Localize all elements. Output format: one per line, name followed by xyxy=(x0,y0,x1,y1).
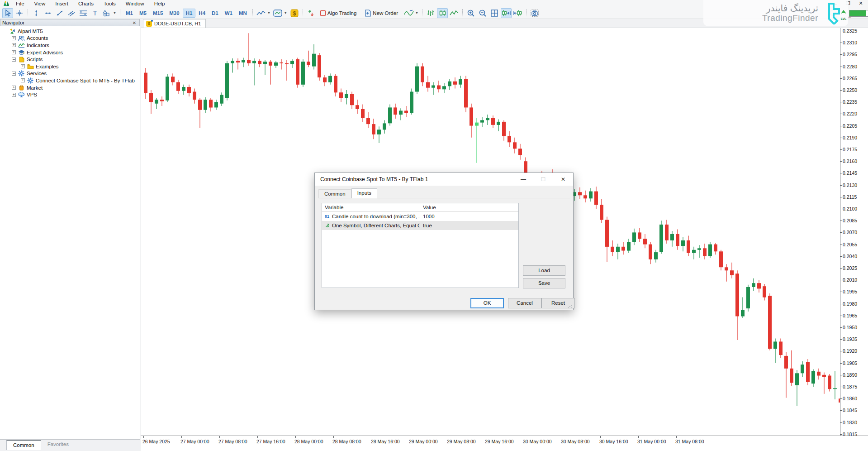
dialog-tab-inputs[interactable]: Inputs xyxy=(351,188,377,198)
chart-tab-doge-usdt[interactable]: $ DOGE-USDT.CB, H1 xyxy=(143,19,206,28)
line-chart-mode-button[interactable] xyxy=(449,8,460,18)
menu-view[interactable]: View xyxy=(29,0,51,7)
expander-expand-icon[interactable]: + xyxy=(21,64,25,68)
candle-body-bear xyxy=(470,107,473,125)
nav-item-examples[interactable]: +Examples xyxy=(0,63,140,70)
cancel-button[interactable]: Cancel xyxy=(508,298,541,308)
expander-collapse-icon[interactable]: – xyxy=(12,72,16,76)
indicator-list-button[interactable] xyxy=(256,8,266,18)
indicator-list-dropdown-icon[interactable]: ▼ xyxy=(267,11,270,14)
toolbar-separator xyxy=(120,9,120,17)
column-header-value[interactable]: Value xyxy=(420,203,518,211)
menu-tools[interactable]: Tools xyxy=(99,0,121,7)
quick-indicator-dropdown-icon[interactable]: ▼ xyxy=(415,11,418,14)
column-header-variable[interactable]: Variable xyxy=(322,203,420,211)
candlestick-mode-button[interactable] xyxy=(437,8,448,18)
dialog-tab-common[interactable]: Common xyxy=(318,189,351,198)
menu-charts[interactable]: Charts xyxy=(73,0,99,7)
candle-body-bear xyxy=(318,55,321,77)
timeframe-w1-button[interactable]: W1 xyxy=(222,9,236,18)
timeframe-m15-button[interactable]: M15 xyxy=(150,9,166,18)
navigator-tab-favorites[interactable]: Favorites xyxy=(41,440,75,448)
nav-item-market[interactable]: +Market xyxy=(0,84,140,91)
price-axis[interactable]: 0.23250.23100.22950.22800.22650.22500.22… xyxy=(840,28,868,436)
time-tick xyxy=(524,436,524,438)
input-row-0[interactable]: 01Candle count to download (min=300, ...… xyxy=(322,212,518,221)
expander-expand-icon[interactable]: + xyxy=(21,78,25,82)
expander-expand-icon[interactable]: + xyxy=(12,43,16,47)
shapes-dropdown-icon[interactable]: ▼ xyxy=(113,11,116,14)
auto-scroll-button[interactable] xyxy=(501,8,512,18)
nav-item-connect-coinbase-spot-to-mt5-by-tflab[interactable]: +Connect Coinbase Spot To MT5 - By TFlab xyxy=(0,77,140,84)
timeframe-h4-button[interactable]: H4 xyxy=(195,9,209,18)
channel-tool-button[interactable] xyxy=(66,8,77,18)
expander-expand-icon[interactable]: + xyxy=(12,86,16,90)
new-order-button[interactable]: New Order xyxy=(361,8,403,18)
navigator-tab-common[interactable]: Common xyxy=(6,440,41,450)
bar-chart-mode-button[interactable] xyxy=(425,8,436,18)
symbols-button[interactable]: $ xyxy=(289,8,300,18)
dialog-minimize-button[interactable]: — xyxy=(513,173,533,186)
expander-expand-icon[interactable]: + xyxy=(12,93,16,97)
cursor-tool-button[interactable] xyxy=(2,8,13,18)
timeframe-m30-button[interactable]: M30 xyxy=(166,9,182,18)
add-indicator-button[interactable] xyxy=(272,8,283,18)
crosshair-tool-button[interactable] xyxy=(14,8,25,18)
navigator-close-icon[interactable]: ✕ xyxy=(131,20,138,25)
expander-expand-icon[interactable]: + xyxy=(12,50,16,54)
timeframe-d1-button[interactable]: D1 xyxy=(209,9,222,18)
nav-item-indicators[interactable]: +Indicators xyxy=(0,42,140,49)
expander-collapse-icon[interactable]: – xyxy=(12,58,16,62)
shapes-tool-button[interactable] xyxy=(101,8,112,18)
lvl-indicator: LVL xyxy=(840,9,847,20)
timeframe-m1-button[interactable]: M1 xyxy=(123,9,136,18)
input-row-1[interactable]: One Symbol, Different Charts, Equal Ca..… xyxy=(322,221,518,230)
vertical-line-tool-button[interactable] xyxy=(31,8,42,18)
tile-windows-button[interactable] xyxy=(489,8,500,18)
add-indicator-dropdown-icon[interactable]: ▼ xyxy=(284,11,287,14)
nav-item-alpari-mt5[interactable]: +Alpari MT5 xyxy=(0,28,140,35)
dialog-maximize-button[interactable]: ☐ xyxy=(533,173,553,186)
timeframe-h1-button[interactable]: H1 xyxy=(183,9,196,18)
timeframe-mn-button[interactable]: MN xyxy=(236,9,250,18)
menu-insert[interactable]: Insert xyxy=(50,0,73,7)
save-button[interactable]: Save xyxy=(523,278,565,288)
nav-item-vps[interactable]: +VPS xyxy=(0,91,140,98)
input-value-cell[interactable]: 1000 xyxy=(420,212,518,221)
depth-of-market-button[interactable] xyxy=(306,8,317,18)
price-label: 0.2010 xyxy=(843,277,857,283)
fibonacci-tool-button[interactable] xyxy=(78,8,89,18)
menu-window[interactable]: Window xyxy=(121,0,149,7)
zoom-out-button[interactable] xyxy=(477,8,488,18)
dialog-resize-grip[interactable] xyxy=(568,304,572,309)
window-close-button[interactable]: ✕ xyxy=(854,0,867,7)
text-tool-button[interactable]: T xyxy=(90,8,100,18)
chart-shift-button[interactable] xyxy=(512,8,523,18)
nav-item-scripts[interactable]: –Scripts xyxy=(0,56,140,63)
dialog-close-button[interactable]: ✕ xyxy=(553,173,573,186)
load-button[interactable]: Load xyxy=(523,265,565,276)
inputs-table[interactable]: Variable Value 01Candle count to downloa… xyxy=(322,203,519,288)
nav-item-services[interactable]: –Services xyxy=(0,70,140,77)
time-axis[interactable]: 26 May 202527 May 00:0027 May 08:0027 Ma… xyxy=(141,436,868,451)
candle-body-bear xyxy=(763,286,766,297)
input-value-cell[interactable]: true xyxy=(420,221,518,230)
zoom-in-button[interactable] xyxy=(465,8,476,18)
horizontal-line-tool-button[interactable] xyxy=(43,8,53,18)
trendline-tool-button[interactable] xyxy=(54,8,65,18)
menu-help[interactable]: Help xyxy=(149,0,170,7)
candle-body-bear xyxy=(784,356,788,369)
quick-indicator-button[interactable] xyxy=(403,8,414,18)
menu-file[interactable]: File xyxy=(11,0,29,7)
dialog-titlebar[interactable]: Connect Coinbase Spot To MT5 - By TFlab … xyxy=(315,173,573,186)
screenshot-button[interactable] xyxy=(529,8,540,18)
timeframe-m5-button[interactable]: M5 xyxy=(136,9,150,18)
navigator-header: Navigator ✕ xyxy=(0,19,140,26)
price-tick xyxy=(840,327,842,328)
expander-expand-icon[interactable]: + xyxy=(12,36,16,40)
nav-item-accounts[interactable]: +Accounts xyxy=(0,35,140,42)
candle-body-bear xyxy=(649,245,652,259)
nav-item-expert-advisors[interactable]: +Expert Advisors xyxy=(0,49,140,56)
ok-button[interactable]: OK xyxy=(470,298,504,308)
algo-trading-button[interactable]: Algo Trading xyxy=(318,8,361,18)
